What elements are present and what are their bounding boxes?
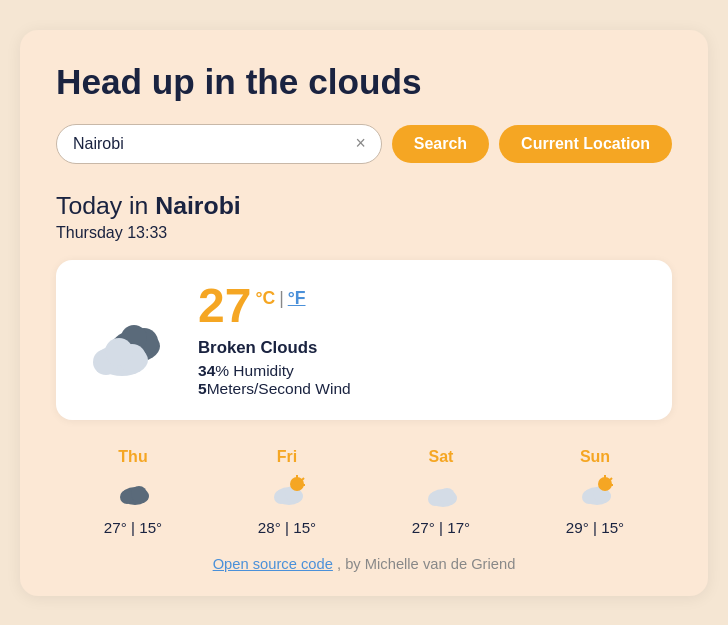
forecast-temps-sat: 27° | 17° [412,519,470,536]
weather-icon-main [84,300,174,380]
humidity-value: 34 [198,362,215,379]
open-source-link[interactable]: Open source code [213,556,333,572]
wind-value: 5 [198,380,207,397]
broken-clouds-icon [84,300,174,380]
search-input[interactable] [56,124,382,164]
footer: Open source code , by Michelle van de Gr… [56,556,672,572]
search-button[interactable]: Search [392,125,489,163]
forecast-icon-sun [575,472,615,513]
today-city: Nairobi [155,192,240,219]
forecast-icon-fri [267,472,307,513]
svg-point-20 [439,488,455,504]
today-label: Today in Nairobi [56,192,672,220]
weather-card: 27 °C | °F Broken Clouds 34% Humidity 5M… [56,260,672,420]
forecast-day-sun: Sun 29° | 15° [566,448,624,536]
forecast-day-fri: Fri 28° | 15° [258,448,316,536]
app-container: Head up in the clouds × Search Current L… [20,30,708,596]
search-input-wrapper: × [56,124,382,164]
forecast-temps-fri: 28° | 15° [258,519,316,536]
temp-unit-c: °C [255,288,275,309]
clear-button[interactable]: × [351,133,369,155]
search-row: × Search Current Location [56,124,672,164]
humidity: 34% Humidity [198,362,351,380]
condition: Broken Clouds [198,338,351,358]
temp-value: 27 [198,282,251,330]
date-time: Thursday 13:33 [56,224,672,242]
today-prefix: Today in [56,192,155,219]
forecast-icon-sat [421,472,461,513]
forecast-temps-thu: 27° | 15° [104,519,162,536]
svg-point-10 [131,486,147,502]
wind-label: Meters/Second Wind [207,380,351,397]
forecast-day-thu: Thu 27° | 15° [104,448,162,536]
temp-row: 27 °C | °F [198,282,351,330]
forecast-day-sat: Sat 27° | 17° [412,448,470,536]
weather-details: 27 °C | °F Broken Clouds 34% Humidity 5M… [198,282,351,398]
temp-unit-f[interactable]: °F [288,288,306,309]
forecast-day-name-fri: Fri [277,448,297,466]
humidity-label: % Humidity [215,362,293,379]
forecast-day-name-sat: Sat [429,448,454,466]
forecast-day-name-sun: Sun [580,448,610,466]
svg-point-7 [105,338,133,366]
current-location-button[interactable]: Current Location [499,125,672,163]
temp-sep: | [279,288,284,309]
footer-suffix: , by Michelle van de Griend [333,556,515,572]
app-title: Head up in the clouds [56,62,672,102]
svg-line-16 [302,478,304,480]
forecast-icon-thu [113,472,153,513]
forecast-day-name-thu: Thu [118,448,147,466]
forecast-row: Thu 27° | 15° Fri [56,448,672,536]
svg-line-26 [610,478,612,480]
forecast-temps-sun: 29° | 15° [566,519,624,536]
wind: 5Meters/Second Wind [198,380,351,398]
